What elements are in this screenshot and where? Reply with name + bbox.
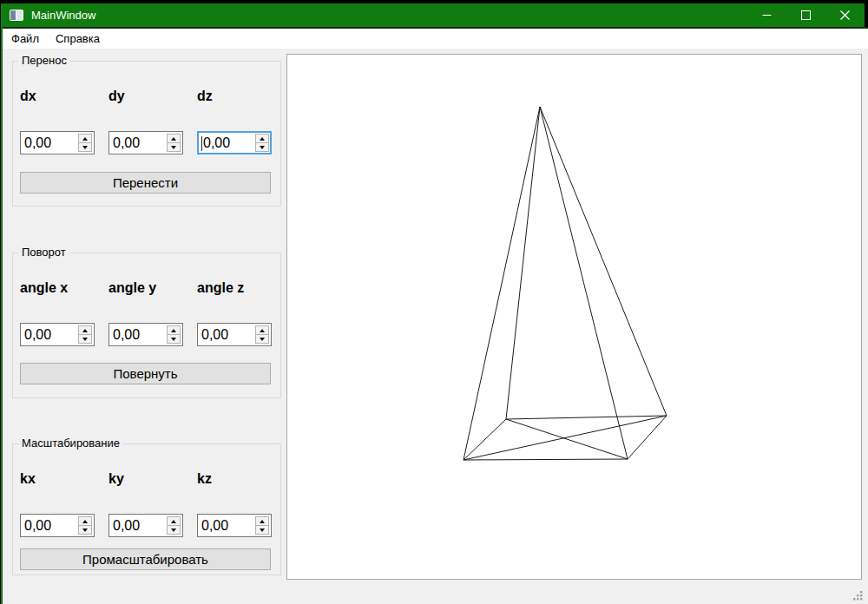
menubar: Файл Справка xyxy=(3,29,868,49)
arrow-down-icon xyxy=(260,146,265,149)
arrow-down-icon xyxy=(260,528,265,532)
spinbox-dx-buttons xyxy=(78,134,92,152)
spinbox-ky-down-button[interactable] xyxy=(168,526,180,534)
spinbox-dy-up-button[interactable] xyxy=(168,135,180,143)
label-dz: dz xyxy=(197,89,213,104)
spinbox-angle-y xyxy=(108,323,183,346)
spinbox-angle-z xyxy=(197,323,272,346)
spinbox-kx-buttons xyxy=(78,516,92,535)
arrow-down-icon xyxy=(171,528,176,532)
window-title: MainWindow xyxy=(31,9,95,22)
groupbox-translation-title: Перенос xyxy=(18,54,70,67)
spinbox-angle-z-buttons xyxy=(255,325,269,344)
groupbox-translation: Перенос dx dy dz Перенести xyxy=(12,61,281,207)
label-kx: kx xyxy=(20,471,36,487)
arrow-up-icon xyxy=(260,329,265,332)
scale-button[interactable]: Промасштабировать xyxy=(20,548,271,570)
spinbox-angle-x xyxy=(20,323,95,346)
spinbox-kz-down-button[interactable] xyxy=(256,526,268,534)
spinbox-dz-up-button[interactable] xyxy=(256,135,268,143)
spinbox-angle-y-buttons xyxy=(167,325,181,344)
arrow-down-icon xyxy=(171,338,176,341)
spinbox-dz xyxy=(197,131,272,154)
resize-grip-icon xyxy=(851,588,865,602)
spinbox-ky-buttons xyxy=(167,516,181,535)
arrow-up-icon xyxy=(82,520,88,523)
app-window-icon xyxy=(10,10,23,21)
spinbox-angle-y-down-button[interactable] xyxy=(168,335,180,343)
spinbox-angle-x-down-button[interactable] xyxy=(79,335,91,343)
label-kz: kz xyxy=(197,471,212,487)
label-angle-x: angle x xyxy=(20,280,68,296)
spinbox-angle-z-up-button[interactable] xyxy=(256,326,268,335)
label-ky: ky xyxy=(108,471,124,487)
label-angle-y: angle y xyxy=(108,280,156,296)
spinbox-dz-down-button[interactable] xyxy=(256,143,268,151)
window-controls xyxy=(747,3,865,27)
menu-help[interactable]: Справка xyxy=(48,30,108,48)
spinbox-kx-down-button[interactable] xyxy=(79,526,91,534)
maximize-button[interactable] xyxy=(786,3,825,27)
arrow-up-icon xyxy=(260,520,265,523)
spinbox-dx-up-button[interactable] xyxy=(79,135,91,143)
translate-button[interactable]: Перенести xyxy=(20,172,271,194)
arrow-down-icon xyxy=(82,338,88,341)
resize-grip[interactable] xyxy=(851,588,865,602)
arrow-down-icon xyxy=(82,528,88,532)
spinbox-dy xyxy=(108,131,183,154)
label-dy: dy xyxy=(108,89,125,104)
spinbox-ky xyxy=(108,514,183,537)
spinbox-kx xyxy=(20,514,95,537)
spinbox-dy-down-button[interactable] xyxy=(168,143,180,151)
arrow-up-icon xyxy=(171,520,176,523)
spinbox-angle-x-up-button[interactable] xyxy=(79,326,91,335)
close-icon xyxy=(840,10,850,20)
spinbox-angle-z-down-button[interactable] xyxy=(256,335,268,343)
spinbox-dz-buttons xyxy=(255,134,269,152)
arrow-up-icon xyxy=(260,137,265,141)
maximize-icon xyxy=(801,10,811,20)
arrow-up-icon xyxy=(171,137,176,141)
text-caret xyxy=(201,136,202,151)
arrow-down-icon xyxy=(260,338,265,341)
spinbox-kz-up-button[interactable] xyxy=(256,517,268,526)
arrow-down-icon xyxy=(171,146,176,149)
arrow-down-icon xyxy=(82,146,88,149)
label-dx: dx xyxy=(20,89,36,104)
label-angle-z: angle z xyxy=(197,280,244,296)
graphics-view xyxy=(286,54,862,580)
spinbox-dx-down-button[interactable] xyxy=(79,143,91,151)
arrow-up-icon xyxy=(171,329,176,332)
spinbox-kx-up-button[interactable] xyxy=(79,517,91,526)
spinbox-angle-x-buttons xyxy=(78,325,92,344)
arrow-up-icon xyxy=(82,329,88,332)
titlebar[interactable]: MainWindow xyxy=(1,3,865,27)
groupbox-scaling: Масштабирование kx ky kz Промасштаби xyxy=(12,443,281,575)
groupbox-rotation: Поворот angle x angle y angle z Пове xyxy=(12,253,281,398)
groupbox-scaling-title: Масштабирование xyxy=(18,437,123,450)
arrow-up-icon xyxy=(82,137,88,141)
spinbox-kz-buttons xyxy=(255,516,269,535)
minimize-button[interactable] xyxy=(747,3,786,27)
spinbox-dy-buttons xyxy=(167,134,181,152)
groupbox-rotation-title: Поворот xyxy=(18,246,69,259)
spinbox-dx xyxy=(20,131,95,154)
rotate-button[interactable]: Повернуть xyxy=(20,363,271,384)
menu-file[interactable]: Файл xyxy=(3,30,47,48)
main-window: MainWindow Файл Справка xyxy=(0,0,868,604)
spinbox-kz xyxy=(197,514,272,537)
wireframe-pyramid xyxy=(287,55,861,579)
minimize-icon xyxy=(762,10,772,20)
close-button[interactable] xyxy=(825,3,865,27)
spinbox-ky-up-button[interactable] xyxy=(168,517,180,526)
spinbox-angle-y-up-button[interactable] xyxy=(168,326,180,335)
